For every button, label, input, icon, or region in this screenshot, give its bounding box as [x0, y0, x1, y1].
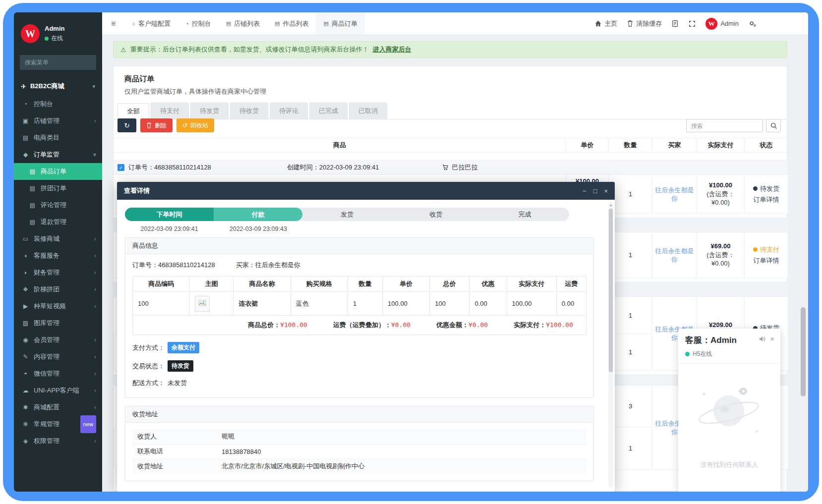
sidebar-search-input[interactable] [25, 59, 102, 66]
sidebar-item-members[interactable]: ◉会员管理‹ [14, 332, 102, 348]
chevron-down-icon: ▾ [92, 83, 95, 90]
sidebar-item-general-mgmt[interactable]: ✻常规管理new [14, 416, 102, 433]
navtab-product-orders[interactable]: ▤商品订单 [316, 12, 364, 35]
tab-all[interactable]: 全部 [117, 103, 149, 119]
page-title: 商品订单 [114, 66, 787, 84]
trash-icon [627, 20, 633, 27]
tab-pending-pay[interactable]: 待支付 [151, 103, 189, 119]
sidebar-item-gallery[interactable]: ▨图库管理 [14, 315, 102, 332]
chat-status: H5在线 [678, 346, 780, 364]
row-checkbox[interactable]: ✓ [117, 164, 124, 171]
list-icon: ▤ [29, 214, 36, 230]
cube-icon: ◆ [22, 146, 29, 163]
page-scrollbar[interactable] [800, 35, 806, 492]
step-ordered: 下单时间 [125, 208, 214, 221]
scroll-up-icon[interactable]: ▲ [608, 202, 613, 208]
settings-gears-icon[interactable] [749, 20, 757, 27]
step-completed: 完成 [480, 208, 569, 221]
table-search-input[interactable] [686, 119, 763, 132]
sidebar-item-decorate[interactable]: ▭装修商城‹ [14, 230, 102, 247]
delete-button[interactable]: 删除 [140, 118, 173, 132]
product-table: 商品编码 主图 商品名称 购买规格 数量 单价 总价 优惠 实际支付 运费 [132, 276, 587, 316]
table-search-button[interactable] [766, 119, 781, 132]
total-paid: ¥100.00 [546, 321, 573, 329]
tab-pending-review[interactable]: 待评论 [270, 103, 308, 119]
sidebar-section-b2b2c[interactable]: ✈ B2B2C商城 ▾ [14, 77, 102, 96]
sidebar-item-wechat[interactable]: ◓微信管理‹ [14, 365, 102, 382]
address-row: 收货地址北京市/北京市/东城区/电视剧-中国电视剧制作中心 [132, 459, 587, 474]
fullscreen-icon[interactable] [689, 20, 696, 27]
sidebar-item-comments[interactable]: ▤评论管理 [14, 197, 102, 214]
product-unit-price: 100.00 [383, 292, 430, 316]
navtab-client-config[interactable]: ○客户端配置 [124, 12, 178, 35]
dashboard-icon: ◔ [185, 21, 189, 27]
modal-header[interactable]: 查看详情 − □ × [117, 182, 615, 200]
store-name[interactable]: 巴拉巴拉 [452, 163, 477, 172]
scrollbar-thumb[interactable] [801, 307, 806, 396]
sidebar-item-finance[interactable]: ◗财务管理‹ [14, 264, 102, 281]
status-badge: 待支付 [760, 245, 779, 254]
sidebar-item-categories[interactable]: ▤电商类目 [14, 129, 102, 146]
sidebar-item-shop-mgmt[interactable]: ▣店铺管理‹ [14, 112, 102, 129]
clear-cache-button[interactable]: 清除缓存 [627, 19, 662, 28]
sidebar-item-group-orders[interactable]: ▤拼团订单 [14, 180, 102, 197]
shield-icon: ◈ [22, 433, 29, 449]
list-icon: ▤ [22, 129, 29, 146]
close-icon[interactable]: × [770, 335, 774, 343]
navtab-shop-list[interactable]: ▤店铺列表 [219, 12, 267, 35]
buyer-link[interactable]: 往后余生都是你 [654, 186, 695, 203]
chevron-left-icon: ‹ [94, 382, 96, 399]
recycle-bin-button[interactable]: ↺回收站 [176, 118, 214, 132]
home-button[interactable]: 主页 [595, 19, 617, 28]
hamburger-icon[interactable]: ≡ [102, 19, 124, 28]
refresh-button[interactable]: ↻ [117, 118, 136, 132]
sidebar-item-mall-config[interactable]: ✱商城配置‹ [14, 399, 102, 416]
merchant-backend-link[interactable]: 进入商家后台 [373, 45, 411, 54]
modal-scrollbar[interactable]: ▲ [608, 202, 613, 488]
sidebar-search[interactable] [20, 55, 96, 70]
navtab-dashboard[interactable]: ◔控制台 [178, 12, 219, 35]
tab-pending-ship[interactable]: 待发货 [190, 103, 229, 119]
sidebar-item-order-monitor[interactable]: ◆订单监管▾ [14, 146, 102, 163]
sidebar-item-refunds[interactable]: ▤退款管理 [14, 214, 102, 230]
tab-completed[interactable]: 已完成 [309, 103, 348, 119]
sidebar-item-dashboard[interactable]: ◔控制台 [14, 96, 102, 112]
scrollbar-thumb[interactable] [609, 209, 613, 372]
tab-pending-receive[interactable]: 待收货 [230, 103, 268, 119]
sidebar-item-uniapp[interactable]: ☁UNI-APP客户端‹ [14, 382, 102, 399]
product-name: 连衣裙 [234, 292, 291, 316]
sidebar-item-product-orders[interactable]: ▤商品订单 [14, 163, 102, 180]
navtab-works-list[interactable]: ▤作品列表 [267, 12, 316, 35]
order-detail-link[interactable]: 订单详情 [754, 195, 779, 204]
chat-title: 客服：Admin [685, 335, 737, 346]
paid-cell: ¥100.00(含运费：¥0.00) [697, 175, 744, 213]
users-icon: ❖ [22, 281, 29, 298]
payment-icon: ◗ [22, 264, 29, 281]
speaker-icon[interactable] [759, 336, 766, 342]
tab-cancelled[interactable]: 已取消 [349, 103, 387, 119]
pin-icon [738, 386, 749, 396]
product-code: 100 [133, 292, 190, 316]
log-icon[interactable] [672, 20, 679, 27]
chat-empty-text: 没有找到任何联系人 [678, 460, 780, 469]
sidebar-item-ladder-group[interactable]: ❖阶梯拼团‹ [14, 281, 102, 298]
close-icon[interactable]: × [604, 187, 608, 195]
maximize-icon[interactable]: □ [593, 187, 597, 195]
sidebar-item-permissions[interactable]: ◈权限管理‹ [14, 433, 102, 449]
navbar-user[interactable]: W Admin [705, 18, 739, 30]
sidebar-item-short-video[interactable]: ▶种草短视频‹ [14, 298, 102, 315]
sidebar-item-content[interactable]: ✎内容管理‹ [14, 348, 102, 365]
buyer-link[interactable]: 往后余生都是你 [654, 247, 695, 264]
order-detail-link[interactable]: 订单详情 [754, 256, 779, 265]
list-icon: ▤ [29, 180, 36, 197]
list-icon: ▤ [29, 197, 36, 214]
status-cell: 待发货 订单详情 [744, 175, 788, 213]
ptab-header: 实际支付 [507, 277, 556, 292]
total-product-price: ¥100.00 [280, 321, 307, 329]
col-header-product: 商品 [114, 138, 566, 152]
sidebar-item-customer-service[interactable]: ◖客服服务‹ [14, 247, 102, 264]
minimize-icon[interactable]: − [583, 187, 587, 195]
list-icon: ▤ [29, 163, 36, 180]
delivery-value: 未发货 [168, 379, 187, 388]
order-number: 4683858110214128 [154, 164, 211, 171]
